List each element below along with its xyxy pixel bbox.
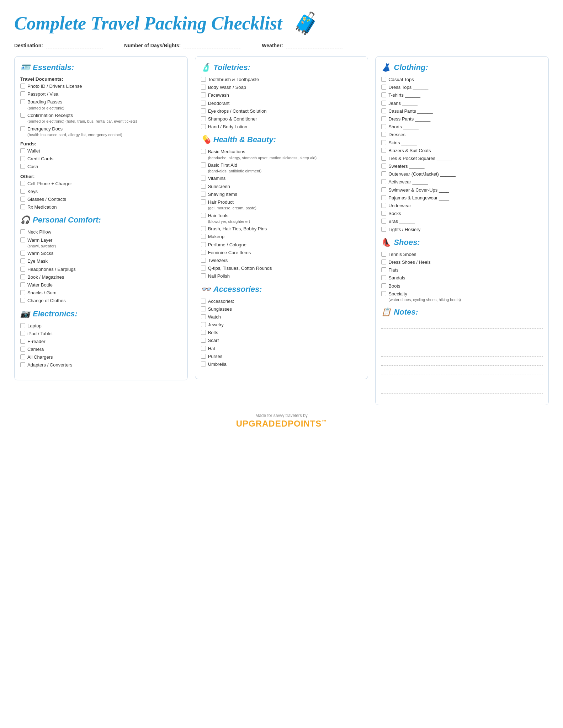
- checkbox[interactable]: [20, 298, 25, 303]
- checkbox[interactable]: [20, 113, 25, 118]
- checkbox[interactable]: [381, 211, 386, 216]
- item-text: Dress Shoes / Heels: [388, 259, 431, 266]
- checkbox[interactable]: [381, 77, 386, 82]
- checkbox[interactable]: [20, 229, 25, 234]
- checkbox[interactable]: [20, 258, 25, 263]
- checkbox[interactable]: [201, 242, 206, 247]
- checkbox[interactable]: [381, 252, 386, 257]
- checkbox[interactable]: [381, 124, 386, 129]
- checkbox[interactable]: [20, 84, 25, 89]
- list-item: Dresses ______: [381, 132, 543, 138]
- checkbox[interactable]: [201, 124, 206, 129]
- checkbox[interactable]: [201, 77, 206, 82]
- accessories-section: 👓 Accessories: Accessories:SunglassesWat…: [201, 285, 362, 368]
- checkbox[interactable]: [201, 273, 206, 278]
- checkbox[interactable]: [201, 192, 206, 197]
- checkbox[interactable]: [381, 116, 386, 121]
- checkbox[interactable]: [201, 322, 206, 327]
- checkbox[interactable]: [201, 314, 206, 319]
- checkbox[interactable]: [20, 99, 25, 104]
- checkbox[interactable]: [381, 140, 386, 145]
- checkbox[interactable]: [20, 237, 25, 242]
- checkbox[interactable]: [201, 258, 206, 263]
- checkbox[interactable]: [381, 227, 386, 232]
- checkbox[interactable]: [201, 85, 206, 90]
- checkbox[interactable]: [20, 164, 25, 169]
- checkbox[interactable]: [381, 219, 386, 224]
- item-text: Feminine Care Items: [208, 250, 251, 256]
- checkbox[interactable]: [201, 266, 206, 271]
- checkbox[interactable]: [201, 250, 206, 255]
- checkbox[interactable]: [201, 176, 206, 181]
- checkbox[interactable]: [201, 149, 206, 154]
- item-text: Purses: [208, 353, 222, 360]
- checkbox[interactable]: [201, 234, 206, 239]
- checkbox[interactable]: [381, 156, 386, 161]
- checkbox[interactable]: [381, 203, 386, 208]
- checkbox[interactable]: [381, 195, 386, 200]
- checkbox[interactable]: [381, 101, 386, 106]
- checkbox[interactable]: [381, 108, 386, 113]
- checkbox[interactable]: [20, 197, 25, 202]
- item-text: Socks ______: [388, 210, 418, 217]
- checkbox[interactable]: [20, 331, 25, 336]
- checkbox[interactable]: [20, 339, 25, 344]
- checkbox[interactable]: [381, 132, 386, 137]
- checkbox[interactable]: [201, 101, 206, 106]
- checkbox[interactable]: [20, 91, 25, 96]
- checkbox[interactable]: [20, 274, 25, 279]
- checkbox[interactable]: [381, 85, 386, 90]
- checkbox[interactable]: [381, 164, 386, 168]
- footer-tagline: Made for savvy travelers by: [14, 413, 549, 418]
- item-text: Casual Pants ______: [388, 108, 432, 114]
- checkbox[interactable]: [201, 199, 206, 204]
- checkbox[interactable]: [20, 126, 25, 131]
- checkbox[interactable]: [201, 306, 206, 311]
- checkbox[interactable]: [381, 187, 386, 192]
- checkbox[interactable]: [20, 156, 25, 161]
- checkbox[interactable]: [20, 267, 25, 272]
- checkbox[interactable]: [201, 330, 206, 335]
- checkbox[interactable]: [381, 275, 386, 280]
- checkbox[interactable]: [20, 347, 25, 352]
- checkbox[interactable]: [381, 267, 386, 272]
- checkbox[interactable]: [201, 299, 206, 304]
- list-item: Confirmation Receipts(printed or electro…: [20, 112, 182, 124]
- checkbox[interactable]: [381, 179, 386, 184]
- checkbox[interactable]: [201, 362, 206, 366]
- checkbox[interactable]: [381, 148, 386, 153]
- checkbox[interactable]: [20, 362, 25, 367]
- electronics-section: 📷 Electronics: LaptopiPad / TabletE-read…: [20, 309, 182, 369]
- personal-comfort-section: 🎧 Personal Comfort: Neck PillowWarm Laye…: [20, 215, 182, 304]
- checkbox[interactable]: [201, 338, 206, 343]
- list-item: Jewelry: [201, 322, 362, 328]
- checkbox[interactable]: [201, 162, 206, 167]
- checkbox[interactable]: [201, 116, 206, 121]
- checkbox[interactable]: [20, 204, 25, 209]
- list-item: Hat: [201, 346, 362, 352]
- checkbox[interactable]: [20, 251, 25, 256]
- checkbox[interactable]: [381, 259, 386, 264]
- checkbox[interactable]: [381, 283, 386, 288]
- checkbox[interactable]: [201, 92, 206, 97]
- list-item: Shorts ______: [381, 124, 543, 130]
- checkbox[interactable]: [20, 323, 25, 328]
- checkbox[interactable]: [201, 213, 206, 218]
- checkbox[interactable]: [20, 148, 25, 153]
- checkbox[interactable]: [201, 108, 206, 113]
- checkbox[interactable]: [20, 181, 25, 186]
- checkbox[interactable]: [381, 291, 386, 296]
- list-item: Pajamas & Loungewear ____: [381, 195, 543, 201]
- weather-dots: [286, 42, 343, 48]
- checkbox[interactable]: [20, 354, 25, 359]
- item-text: Sweaters ______: [388, 163, 424, 170]
- checkbox[interactable]: [201, 226, 206, 231]
- checkbox[interactable]: [201, 354, 206, 359]
- checkbox[interactable]: [201, 346, 206, 351]
- checkbox[interactable]: [20, 282, 25, 287]
- checkbox[interactable]: [20, 290, 25, 295]
- checkbox[interactable]: [20, 189, 25, 194]
- checkbox[interactable]: [381, 171, 386, 176]
- checkbox[interactable]: [201, 184, 206, 189]
- checkbox[interactable]: [381, 92, 386, 97]
